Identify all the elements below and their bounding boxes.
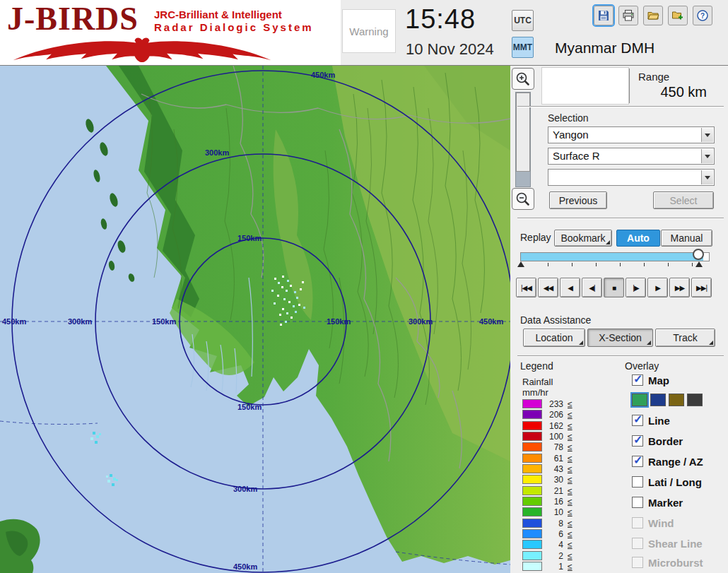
legend-color-swatch (522, 421, 542, 430)
print-button[interactable] (618, 6, 638, 25)
overlay-item-label: Lati / Long (648, 476, 702, 488)
checkbox-icon[interactable] (632, 476, 643, 488)
overlay-item-range-az[interactable]: Range / AZ (632, 455, 725, 469)
zoom-slider-thumb[interactable] (516, 93, 530, 172)
legend-subtitle: Rainfall (522, 377, 553, 387)
extra-dropdown[interactable] (548, 169, 715, 186)
timeline-tick (620, 263, 621, 266)
legend-value: 1 (545, 562, 563, 572)
legend-suffix: ≤ (568, 399, 573, 409)
legend-row: 162≤ (521, 421, 613, 431)
radar-map-display[interactable]: 150km 300km 450km 150km 300km 450km 150k… (0, 66, 510, 573)
select-button[interactable]: Select (653, 191, 714, 209)
checkbox-icon[interactable] (632, 517, 643, 528)
map-style-swatch-green[interactable] (632, 394, 647, 406)
legend-value: 10 (545, 507, 563, 517)
step-forward-button[interactable]: |▶ (626, 278, 646, 297)
legend-suffix: ≤ (568, 507, 573, 517)
zoom-out-button[interactable] (512, 188, 534, 210)
save-icon (597, 9, 610, 22)
overlay-item-wind[interactable]: Wind (632, 516, 725, 531)
app-logo-title: J-BIRDS (7, 0, 139, 37)
checkbox-icon[interactable] (632, 538, 643, 549)
skip-to-end-button[interactable]: ▶▶| (691, 278, 712, 297)
replay-timeline-fill (521, 253, 703, 261)
dropdown-corner-icon (606, 240, 610, 244)
radar-map[interactable]: 150km 300km 450km 150km 300km 450km 150k… (0, 66, 510, 573)
map-style-swatch-gray[interactable] (687, 394, 703, 406)
stop-button[interactable]: ■ (604, 278, 624, 297)
legend-color-swatch (522, 507, 542, 516)
dropdown-corner-icon (579, 341, 583, 345)
product-dropdown-value: Surface R (553, 150, 600, 162)
site-dropdown[interactable]: Yangon (548, 126, 715, 143)
play-reverse-button[interactable]: ◀ (560, 278, 580, 297)
fast-forward-button[interactable]: ▶▶ (669, 278, 690, 297)
legend-row: 10≤ (521, 507, 613, 517)
overlay-item-map[interactable]: Map (632, 374, 725, 388)
help-button[interactable]: ? (693, 6, 712, 25)
dropdown-button[interactable] (701, 128, 713, 142)
product-dropdown[interactable]: Surface R (548, 148, 715, 165)
timeline-start-marker[interactable] (517, 261, 524, 267)
open-folder-button[interactable] (643, 6, 663, 25)
warning-label: Warning (349, 25, 388, 37)
timeline-tick (596, 263, 597, 266)
legend-row: 8≤ (521, 519, 613, 528)
legend-suffix: ≤ (568, 551, 573, 561)
overlay-item-marker[interactable]: Marker (632, 496, 725, 510)
dropdown-button[interactable] (701, 149, 713, 163)
range-ring-label: 150km (152, 317, 176, 326)
legend-row: 30≤ (521, 475, 613, 485)
utc-button[interactable]: UTC (512, 10, 534, 31)
overlay-item-border[interactable]: Border (632, 435, 725, 449)
separator (517, 218, 724, 219)
location-button[interactable]: Location (523, 329, 585, 347)
save-button[interactable] (594, 6, 613, 25)
replay-label: Replay (520, 232, 551, 243)
range-ring-label: 300km (205, 148, 229, 157)
checkbox-icon[interactable] (632, 456, 643, 467)
checkbox-icon[interactable] (632, 497, 643, 508)
skip-to-start-button[interactable]: |◀◀ (516, 278, 536, 297)
legend-suffix: ≤ (568, 442, 573, 452)
map-style-swatch-olive[interactable] (669, 394, 684, 406)
overlay-title: Overlay (625, 360, 659, 372)
legend-value: 4 (545, 540, 563, 550)
legend-value: 30 (545, 475, 563, 485)
step-back-button[interactable]: ◀| (582, 278, 602, 297)
play-button[interactable]: ▶ (647, 278, 668, 297)
map-style-swatch-navy[interactable] (650, 394, 666, 406)
bookmark-button[interactable]: Bookmark (554, 230, 612, 247)
legend-color-swatch (522, 529, 542, 538)
timeline-end-marker[interactable] (695, 261, 703, 267)
legend-suffix: ≤ (568, 519, 573, 528)
xsection-button[interactable]: X-Section (587, 329, 653, 347)
checkbox-icon[interactable] (632, 374, 643, 386)
legend-row: 21≤ (521, 486, 613, 496)
overlay-item-shear-line[interactable]: Shear Line (632, 537, 725, 551)
fast-rewind-button[interactable]: ◀◀ (538, 278, 558, 297)
import-data-button[interactable] (668, 6, 688, 25)
overlay-item-line[interactable]: Line (632, 414, 725, 428)
overlay-item-microburst[interactable]: Microburst (632, 556, 725, 570)
checkbox-icon[interactable] (632, 557, 643, 568)
manual-mode-button[interactable]: Manual (661, 230, 712, 247)
replay-timeline-track[interactable] (520, 252, 710, 261)
chevron-down-icon (705, 155, 710, 158)
previous-button[interactable]: Previous (549, 191, 607, 209)
legend-value: 6 (545, 529, 563, 539)
control-panel: Range 450 km Selection Yangon Surface R … (510, 66, 728, 573)
zoom-in-button[interactable] (512, 68, 534, 90)
mmt-button[interactable]: MMT (512, 37, 534, 58)
replay-timeline-thumb[interactable] (693, 249, 704, 260)
checkbox-icon[interactable] (632, 435, 643, 447)
checkbox-icon[interactable] (632, 415, 643, 426)
overlay-item-lati-long[interactable]: Lati / Long (632, 475, 725, 490)
dropdown-corner-icon (709, 341, 713, 345)
elevation-display (541, 67, 629, 105)
track-button[interactable]: Track (655, 329, 715, 347)
legend-suffix: ≤ (568, 410, 573, 420)
dropdown-button[interactable] (701, 170, 713, 184)
auto-mode-button[interactable]: Auto (616, 230, 660, 247)
